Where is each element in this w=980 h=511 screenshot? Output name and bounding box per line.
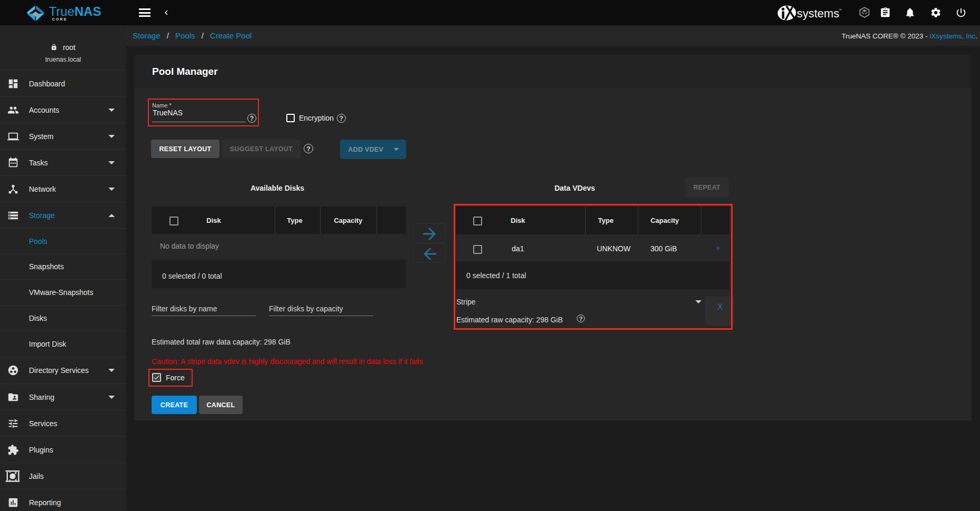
svg-text:™: ™ — [838, 8, 842, 13]
svg-text:systems: systems — [797, 7, 839, 20]
